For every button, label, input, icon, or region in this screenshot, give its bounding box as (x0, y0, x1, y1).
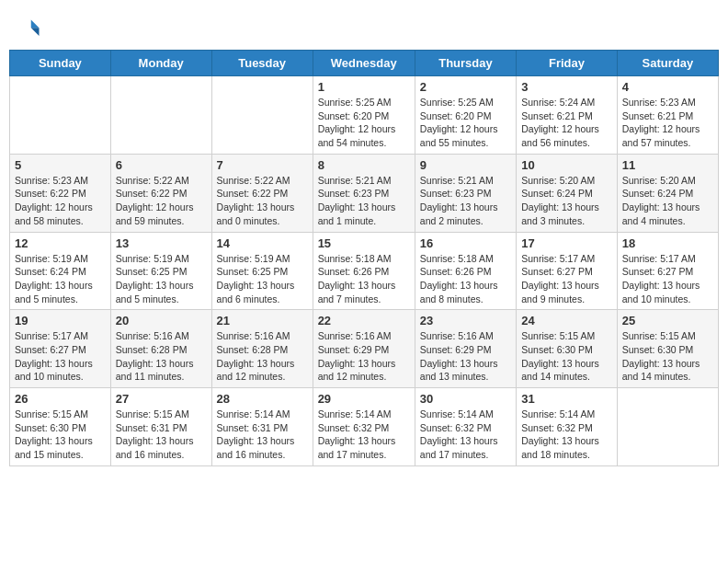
day-info: Sunrise: 5:19 AM Sunset: 6:25 PM Dayligh… (116, 252, 207, 306)
day-header-sunday: Sunday (10, 51, 111, 76)
day-info: Sunrise: 5:19 AM Sunset: 6:25 PM Dayligh… (217, 252, 308, 306)
day-cell: 30Sunrise: 5:14 AM Sunset: 6:32 PM Dayli… (415, 388, 516, 466)
day-number: 23 (420, 314, 511, 327)
day-number: 31 (521, 392, 612, 406)
day-cell: 28Sunrise: 5:14 AM Sunset: 6:31 PM Dayli… (211, 388, 313, 466)
day-number: 20 (116, 314, 207, 327)
page-container: SundayMondayTuesdayWednesdayThursdayFrid… (9, 9, 719, 466)
day-number: 26 (15, 392, 106, 406)
day-number: 3 (521, 80, 612, 94)
day-cell: 12Sunrise: 5:19 AM Sunset: 6:24 PM Dayli… (10, 232, 111, 310)
day-number: 11 (622, 158, 713, 172)
day-info: Sunrise: 5:15 AM Sunset: 6:30 PM Dayligh… (622, 329, 713, 384)
calendar-body: 1Sunrise: 5:25 AM Sunset: 6:20 PM Daylig… (10, 76, 719, 466)
day-cell: 2Sunrise: 5:25 AM Sunset: 6:20 PM Daylig… (415, 76, 516, 155)
day-cell: 25Sunrise: 5:15 AM Sunset: 6:30 PM Dayli… (617, 310, 718, 388)
day-number: 10 (521, 158, 612, 172)
day-info: Sunrise: 5:15 AM Sunset: 6:30 PM Dayligh… (521, 329, 612, 384)
day-header-wednesday: Wednesday (313, 51, 415, 76)
day-number: 1 (318, 80, 410, 94)
day-number: 2 (420, 80, 511, 94)
day-info: Sunrise: 5:22 AM Sunset: 6:22 PM Dayligh… (217, 174, 308, 228)
day-info: Sunrise: 5:25 AM Sunset: 6:20 PM Dayligh… (420, 96, 511, 150)
day-info: Sunrise: 5:14 AM Sunset: 6:31 PM Dayligh… (217, 408, 308, 462)
day-cell: 16Sunrise: 5:18 AM Sunset: 6:26 PM Dayli… (415, 232, 516, 310)
day-cell: 19Sunrise: 5:17 AM Sunset: 6:27 PM Dayli… (10, 310, 111, 388)
day-cell (110, 76, 211, 155)
day-cell: 10Sunrise: 5:20 AM Sunset: 6:24 PM Dayli… (517, 154, 618, 232)
day-number: 28 (217, 392, 308, 406)
logo-icon (17, 17, 42, 42)
day-number: 24 (521, 314, 612, 327)
svg-marker-1 (31, 28, 40, 36)
day-info: Sunrise: 5:22 AM Sunset: 6:22 PM Dayligh… (116, 174, 207, 228)
day-info: Sunrise: 5:16 AM Sunset: 6:29 PM Dayligh… (420, 329, 511, 384)
day-number: 22 (318, 314, 410, 327)
day-number: 9 (420, 158, 511, 172)
day-info: Sunrise: 5:18 AM Sunset: 6:26 PM Dayligh… (318, 252, 410, 306)
day-info: Sunrise: 5:21 AM Sunset: 6:23 PM Dayligh… (318, 174, 410, 228)
day-header-tuesday: Tuesday (211, 51, 313, 76)
logo (17, 17, 46, 42)
day-cell: 4Sunrise: 5:23 AM Sunset: 6:21 PM Daylig… (617, 76, 718, 155)
header (9, 9, 719, 50)
day-cell: 13Sunrise: 5:19 AM Sunset: 6:25 PM Dayli… (110, 232, 211, 310)
day-cell (211, 76, 313, 155)
day-number: 27 (116, 392, 207, 406)
calendar-table: SundayMondayTuesdayWednesdayThursdayFrid… (9, 50, 719, 466)
day-number: 12 (15, 236, 106, 250)
week-row-2: 5Sunrise: 5:23 AM Sunset: 6:22 PM Daylig… (10, 154, 719, 232)
day-info: Sunrise: 5:23 AM Sunset: 6:21 PM Dayligh… (622, 96, 713, 150)
week-row-1: 1Sunrise: 5:25 AM Sunset: 6:20 PM Daylig… (10, 76, 719, 155)
day-cell: 5Sunrise: 5:23 AM Sunset: 6:22 PM Daylig… (10, 154, 111, 232)
day-header-thursday: Thursday (415, 51, 516, 76)
day-info: Sunrise: 5:15 AM Sunset: 6:31 PM Dayligh… (116, 408, 207, 462)
day-cell: 31Sunrise: 5:14 AM Sunset: 6:32 PM Dayli… (517, 388, 618, 466)
day-info: Sunrise: 5:24 AM Sunset: 6:21 PM Dayligh… (521, 96, 612, 150)
day-info: Sunrise: 5:16 AM Sunset: 6:28 PM Dayligh… (116, 329, 207, 384)
week-row-3: 12Sunrise: 5:19 AM Sunset: 6:24 PM Dayli… (10, 232, 719, 310)
day-cell: 27Sunrise: 5:15 AM Sunset: 6:31 PM Dayli… (110, 388, 211, 466)
day-info: Sunrise: 5:25 AM Sunset: 6:20 PM Dayligh… (318, 96, 410, 150)
day-cell: 15Sunrise: 5:18 AM Sunset: 6:26 PM Dayli… (313, 232, 415, 310)
day-cell: 21Sunrise: 5:16 AM Sunset: 6:28 PM Dayli… (211, 310, 313, 388)
day-cell: 7Sunrise: 5:22 AM Sunset: 6:22 PM Daylig… (211, 154, 313, 232)
day-cell: 17Sunrise: 5:17 AM Sunset: 6:27 PM Dayli… (517, 232, 618, 310)
day-cell: 18Sunrise: 5:17 AM Sunset: 6:27 PM Dayli… (617, 232, 718, 310)
day-cell: 6Sunrise: 5:22 AM Sunset: 6:22 PM Daylig… (110, 154, 211, 232)
day-number: 15 (318, 236, 410, 250)
day-number: 19 (15, 314, 106, 327)
day-number: 4 (622, 80, 713, 94)
day-info: Sunrise: 5:20 AM Sunset: 6:24 PM Dayligh… (622, 174, 713, 228)
day-header-saturday: Saturday (617, 51, 718, 76)
day-header-friday: Friday (517, 51, 618, 76)
day-cell: 29Sunrise: 5:14 AM Sunset: 6:32 PM Dayli… (313, 388, 415, 466)
day-cell: 11Sunrise: 5:20 AM Sunset: 6:24 PM Dayli… (617, 154, 718, 232)
day-cell: 9Sunrise: 5:21 AM Sunset: 6:23 PM Daylig… (415, 154, 516, 232)
day-info: Sunrise: 5:16 AM Sunset: 6:29 PM Dayligh… (318, 329, 410, 384)
day-info: Sunrise: 5:23 AM Sunset: 6:22 PM Dayligh… (15, 174, 106, 228)
day-number: 17 (521, 236, 612, 250)
day-cell (617, 388, 718, 466)
day-cell: 24Sunrise: 5:15 AM Sunset: 6:30 PM Dayli… (517, 310, 618, 388)
day-cell: 3Sunrise: 5:24 AM Sunset: 6:21 PM Daylig… (517, 76, 618, 155)
day-number: 29 (318, 392, 410, 406)
day-info: Sunrise: 5:15 AM Sunset: 6:30 PM Dayligh… (15, 408, 106, 462)
day-number: 30 (420, 392, 511, 406)
day-number: 5 (15, 158, 106, 172)
day-number: 13 (116, 236, 207, 250)
day-cell (10, 76, 111, 155)
day-info: Sunrise: 5:14 AM Sunset: 6:32 PM Dayligh… (318, 408, 410, 462)
day-info: Sunrise: 5:17 AM Sunset: 6:27 PM Dayligh… (521, 252, 612, 306)
day-info: Sunrise: 5:17 AM Sunset: 6:27 PM Dayligh… (622, 252, 713, 306)
day-number: 8 (318, 158, 410, 172)
day-cell: 23Sunrise: 5:16 AM Sunset: 6:29 PM Dayli… (415, 310, 516, 388)
day-info: Sunrise: 5:17 AM Sunset: 6:27 PM Dayligh… (15, 329, 106, 384)
calendar-header: SundayMondayTuesdayWednesdayThursdayFrid… (10, 51, 719, 76)
day-header-row: SundayMondayTuesdayWednesdayThursdayFrid… (10, 51, 719, 76)
day-cell: 22Sunrise: 5:16 AM Sunset: 6:29 PM Dayli… (313, 310, 415, 388)
day-number: 25 (622, 314, 713, 327)
day-number: 16 (420, 236, 511, 250)
day-info: Sunrise: 5:20 AM Sunset: 6:24 PM Dayligh… (521, 174, 612, 228)
day-number: 14 (217, 236, 308, 250)
